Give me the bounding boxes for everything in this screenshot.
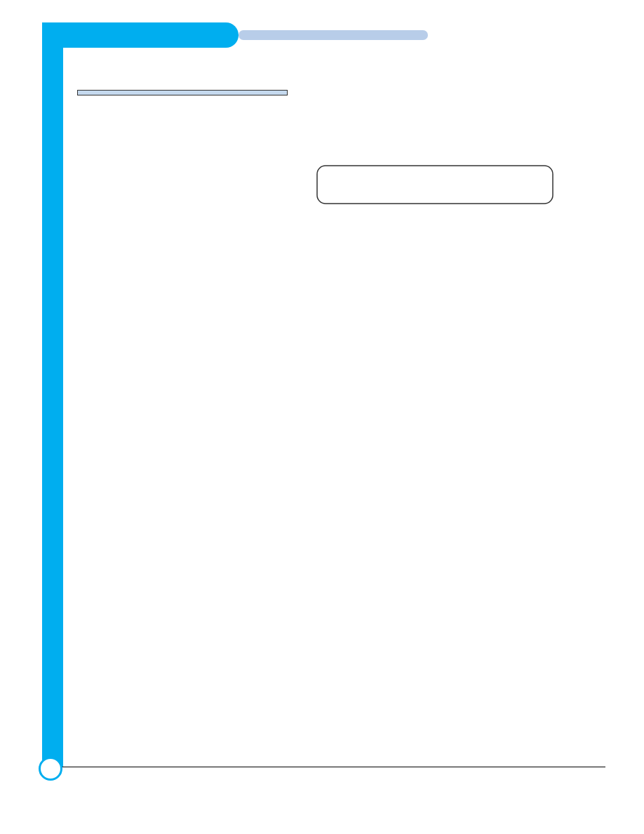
content-area	[77, 84, 610, 212]
frame-tail	[239, 30, 428, 40]
svg-rect-0	[317, 166, 553, 204]
signal-connector-table	[77, 90, 288, 95]
frame-horizontal	[42, 22, 239, 48]
connector-diagram	[316, 160, 554, 212]
frame-circle-icon	[39, 757, 62, 781]
table-header	[78, 91, 288, 95]
footer-rule	[58, 767, 605, 767]
connector-icon	[316, 160, 554, 209]
frame-vertical	[42, 22, 63, 767]
